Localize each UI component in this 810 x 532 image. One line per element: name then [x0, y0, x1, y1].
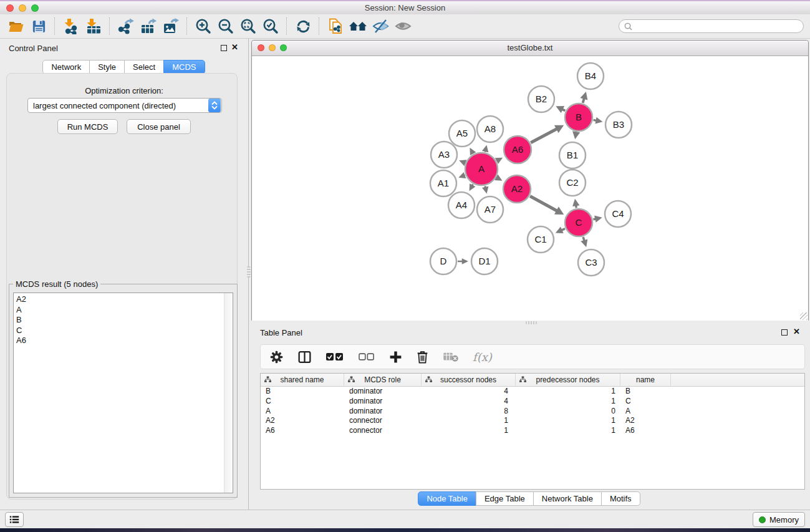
tab-edge-table[interactable]: Edge Table — [476, 491, 534, 506]
table-row[interactable]: Bdominator41B — [261, 387, 804, 397]
column-header-successor-nodes[interactable]: successor nodes — [422, 374, 516, 386]
import-table-button[interactable] — [82, 16, 105, 36]
tab-node-table[interactable]: Node Table — [418, 491, 476, 506]
result-list-scrollbar[interactable] — [224, 293, 233, 493]
table-cell[interactable]: B — [261, 387, 344, 397]
table-row[interactable]: A6connector11A6 — [261, 426, 804, 436]
node-table[interactable]: shared name MCDS role — [260, 373, 805, 490]
export-network-button[interactable] — [115, 16, 137, 36]
table-cell[interactable]: 0 — [516, 407, 620, 417]
zoom-in-button[interactable] — [192, 16, 215, 36]
zoom-selected-button[interactable] — [259, 16, 282, 36]
graph-edge-A6-B[interactable] — [531, 127, 559, 142]
table-cell[interactable]: dominator — [344, 387, 422, 397]
edge-arrowhead — [594, 216, 602, 223]
result-list-item[interactable]: C — [16, 326, 233, 336]
unselect-all-columns-button[interactable] — [358, 352, 375, 362]
table-row[interactable]: Adominator80A — [261, 407, 804, 417]
table-cell[interactable]: 4 — [422, 397, 516, 407]
close-panel-button[interactable]: Close panel — [127, 119, 191, 134]
refresh-view-button[interactable] — [292, 16, 314, 36]
import-network-button[interactable] — [60, 16, 82, 36]
table-cell[interactable]: A6 — [261, 426, 344, 436]
table-cell[interactable]: A2 — [620, 416, 671, 426]
table-cell[interactable]: 4 — [422, 387, 516, 397]
tab-style[interactable]: Style — [89, 60, 125, 74]
float-panel-icon[interactable] — [221, 45, 227, 51]
task-history-button[interactable] — [5, 512, 24, 527]
search-input[interactable] — [635, 21, 798, 31]
memory-button[interactable]: Memory — [753, 512, 805, 527]
cytoscape-app-window: Session: New Session — [0, 0, 810, 532]
graph-node-label-B: B — [576, 112, 582, 122]
tab-motifs[interactable]: Motifs — [601, 491, 640, 506]
export-image-button[interactable] — [160, 16, 182, 36]
result-list-item[interactable]: B — [16, 315, 233, 326]
clone-network-button[interactable] — [324, 16, 347, 36]
table-cell[interactable]: A6 — [620, 426, 671, 436]
column-header-shared-name[interactable]: shared name — [261, 374, 344, 386]
float-table-panel-icon[interactable] — [781, 329, 788, 336]
zoom-selected-icon — [263, 18, 279, 34]
table-cell[interactable] — [671, 397, 804, 407]
network-graph[interactable]: B4B2BB3A8A5A6A3B1AA1C2A2A4A7C4CC1C3DD1 — [252, 56, 808, 321]
table-cell[interactable]: 1 — [422, 426, 516, 436]
function-builder-button[interactable]: f(x) — [473, 351, 492, 364]
close-table-panel-icon[interactable]: ✕ — [793, 327, 800, 336]
table-cell[interactable]: A — [261, 407, 344, 417]
table-cell[interactable]: 1 — [516, 387, 620, 397]
table-cell[interactable]: B — [620, 387, 671, 397]
splitter-handle-vertical[interactable] — [247, 266, 251, 278]
table-cell[interactable] — [671, 407, 804, 417]
delete-table-button[interactable] — [443, 351, 459, 362]
first-neighbors-button[interactable] — [347, 16, 369, 36]
tab-network-table[interactable]: Network Table — [533, 491, 602, 506]
show-graphics-details-button[interactable] — [392, 16, 414, 36]
table-cell[interactable]: 1 — [516, 397, 620, 407]
graph-edge-A2-C[interactable] — [530, 196, 559, 212]
table-cell[interactable]: 8 — [422, 407, 516, 417]
network-canvas[interactable]: B4B2BB3A8A5A6A3B1AA1C2A2A4A7C4CC1C3DD1 — [252, 56, 808, 321]
open-session-button[interactable] — [5, 16, 27, 36]
tab-mcds[interactable]: MCDS — [163, 60, 205, 74]
table-cell[interactable] — [671, 426, 804, 436]
zoom-out-button[interactable] — [215, 16, 237, 36]
table-cell[interactable]: 1 — [516, 426, 620, 436]
table-cell[interactable]: A2 — [261, 416, 344, 426]
show-column-button[interactable] — [297, 350, 312, 364]
result-list-item[interactable]: A6 — [16, 336, 233, 346]
table-cell[interactable]: C — [620, 397, 671, 407]
column-header-predecessor-nodes[interactable]: predecessor nodes — [516, 374, 620, 386]
select-all-columns-button[interactable] — [325, 351, 344, 362]
table-cell[interactable]: dominator — [344, 407, 422, 417]
table-cell[interactable]: 1 — [516, 416, 620, 426]
table-cell[interactable]: connector — [344, 416, 422, 426]
criterion-dropdown[interactable]: largest connected component (directed) — [27, 98, 222, 113]
column-header-mcds-role[interactable]: MCDS role — [344, 374, 422, 386]
export-table-button[interactable] — [137, 16, 160, 36]
create-column-button[interactable] — [389, 351, 402, 364]
table-cell[interactable] — [671, 387, 804, 397]
tab-network[interactable]: Network — [42, 60, 90, 74]
table-cell[interactable] — [671, 416, 804, 426]
save-session-button[interactable] — [27, 16, 50, 36]
table-row[interactable]: Cdominator41C — [261, 397, 804, 407]
table-cell[interactable]: A — [620, 407, 671, 417]
delete-columns-button[interactable] — [416, 350, 429, 364]
table-options-button[interactable] — [269, 350, 284, 364]
table-cell[interactable]: C — [261, 397, 344, 407]
tab-select[interactable]: Select — [124, 60, 164, 74]
table-cell[interactable]: dominator — [344, 397, 422, 407]
result-list-item[interactable]: A — [16, 305, 233, 316]
run-mcds-button[interactable]: Run MCDS — [57, 119, 118, 134]
mcds-result-list[interactable]: A2ABCA6 — [13, 293, 233, 493]
table-row[interactable]: A2connector11A2 — [261, 416, 804, 426]
zoom-fit-button[interactable] — [237, 16, 259, 36]
close-panel-icon[interactable]: ✕ — [231, 43, 238, 52]
resize-grip[interactable] — [800, 312, 808, 320]
result-list-item[interactable]: A2 — [16, 294, 233, 305]
column-header-name[interactable]: name — [620, 374, 671, 386]
table-cell[interactable]: connector — [344, 426, 422, 436]
table-cell[interactable]: 1 — [422, 416, 516, 426]
hide-graphics-details-button[interactable] — [369, 16, 392, 36]
